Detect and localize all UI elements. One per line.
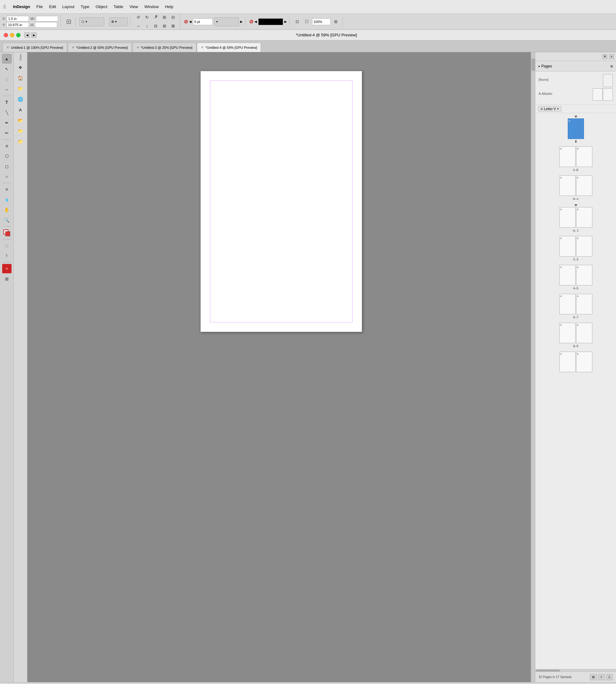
distribute-btn[interactable]: ⊟	[152, 22, 160, 30]
fav-item-3[interactable]: 🌐	[16, 94, 25, 104]
scrollbar-thumb[interactable]	[531, 59, 535, 71]
minimize-btn[interactable]	[10, 33, 14, 37]
align-left-btn[interactable]: ⊞	[160, 14, 169, 21]
fav-item-4[interactable]: A	[16, 105, 25, 114]
panel-collapse-btn[interactable]: «	[609, 54, 614, 59]
menu-layout[interactable]: Layout	[62, 4, 74, 9]
page-thumb-v[interactable]: A	[576, 175, 592, 196]
x-input[interactable]	[6, 16, 29, 21]
page-thumb-7[interactable]: A	[576, 294, 592, 314]
app-name[interactable]: InDesign	[13, 4, 30, 9]
menu-help[interactable]: Help	[165, 4, 173, 9]
section-dropdown-btn[interactable]: ≡ Letter V ▾	[538, 106, 562, 112]
pencil-tool[interactable]: ✏	[2, 129, 12, 138]
page-thumb-3[interactable]: A	[576, 236, 592, 256]
stroke-arrow-right[interactable]: ▶	[240, 20, 243, 23]
stroke-pt-input[interactable]	[193, 18, 213, 25]
fill-color-swatch[interactable]	[258, 18, 283, 25]
rotation-dropdown[interactable]: ⬡ ▾	[79, 17, 104, 26]
page-thumb-1[interactable]: A	[576, 207, 592, 228]
align-center-btn[interactable]: ⊟	[169, 14, 177, 21]
page-thumb-vi[interactable]: A	[559, 207, 576, 228]
frame-btn[interactable]: ☐	[303, 18, 311, 26]
flip-h-btn[interactable]: ↔	[134, 22, 142, 30]
eyedropper-tool[interactable]: 💧	[2, 195, 12, 204]
menu-file[interactable]: File	[37, 4, 43, 9]
fav-item-0[interactable]: ❖	[16, 63, 25, 72]
menu-type[interactable]: Type	[81, 4, 89, 9]
view-mode-preview[interactable]: T	[2, 251, 12, 260]
page-spread[interactable]	[200, 71, 362, 332]
transform-dropdown[interactable]: ⊞ ▾	[109, 17, 128, 26]
fav-item-1[interactable]: 🏠	[16, 73, 25, 83]
page-thumb-last-left[interactable]: A	[559, 351, 576, 372]
selection-tool[interactable]: ▲	[2, 54, 12, 63]
page-thumb-last-right[interactable]: A	[576, 351, 592, 372]
page-thumb-5[interactable]: A	[576, 265, 592, 286]
zoom-pct-input[interactable]	[312, 18, 331, 25]
rotate-cw-btn[interactable]: ↻	[143, 14, 151, 21]
fav-item-2[interactable]: 📁	[16, 84, 25, 93]
stroke-arrow-left[interactable]: ◀	[189, 20, 192, 23]
panel-menu-btn[interactable]: ≡	[610, 64, 613, 69]
menu-window[interactable]: Window	[145, 4, 159, 9]
page-thumb-ii[interactable]: A	[559, 146, 576, 167]
page-thumb-iv[interactable]: A	[559, 175, 576, 196]
resize-btn[interactable]: ⊡	[293, 18, 302, 26]
page-thumb-8[interactable]: A	[559, 323, 576, 343]
hand-tool[interactable]: ✋	[2, 205, 12, 214]
pages-content[interactable]: A A A ii–iii	[535, 113, 616, 669]
tab-2[interactable]: ✕ *Untitled-3 @ 25% [GPU Preview]	[133, 43, 197, 52]
type-tool[interactable]: T	[2, 98, 12, 107]
vertical-scrollbar[interactable]	[531, 52, 535, 682]
content-collector-tool[interactable]: ⊞	[2, 141, 12, 151]
tab-close-0[interactable]: ✕	[6, 46, 9, 49]
pages-scrollbar-thumb[interactable]	[536, 670, 560, 671]
fill-color-icon[interactable]: ⊘	[249, 19, 253, 25]
spacing-btn[interactable]: ⊞	[160, 22, 169, 30]
constrain-proportions-btn[interactable]	[65, 18, 73, 26]
pages-panel-scrollbar[interactable]	[535, 669, 616, 671]
view-mode-normal[interactable]: ⬚	[2, 241, 12, 250]
page-tool[interactable]: ⬚	[2, 75, 12, 84]
new-master-btn[interactable]: ⊞	[590, 674, 597, 680]
free-transform-tool[interactable]: ≡	[2, 185, 12, 194]
fav-item-7[interactable]: 📁	[16, 137, 25, 146]
menu-table[interactable]: Table	[114, 4, 123, 9]
page-thumb-4[interactable]: A	[559, 265, 576, 286]
w-input[interactable]	[36, 16, 58, 21]
close-btn[interactable]	[4, 33, 8, 37]
line-tool[interactable]: ╲	[2, 108, 12, 117]
tab-close-1[interactable]: ✕	[72, 46, 74, 49]
rotate-ccw-btn[interactable]: ↺	[134, 14, 142, 21]
fav-item-6[interactable]: 📁	[16, 126, 25, 136]
tab-3[interactable]: ✕ *Untitled-4 @ 59% [GPU Preview]	[197, 43, 261, 52]
none-page-thumb[interactable]	[603, 74, 613, 87]
tab-close-3[interactable]: ✕	[201, 46, 203, 49]
menu-edit[interactable]: Edit	[49, 4, 56, 9]
apply-none-btn[interactable]: ⊘	[2, 264, 12, 273]
fav-item-5[interactable]: 📂	[16, 116, 25, 125]
more-options-btn[interactable]: ⊞	[332, 18, 340, 26]
stroke-color-icon[interactable]: ⊘	[184, 19, 188, 25]
gap-tool[interactable]: ↔	[2, 85, 12, 94]
title-next-btn[interactable]: ▶	[31, 32, 37, 38]
frame-grid-tool[interactable]: ⊞	[2, 274, 12, 283]
stroke-type-dropdown[interactable]: ▾	[214, 17, 239, 26]
tab-close-2[interactable]: ✕	[137, 46, 139, 49]
fill-arrow-left[interactable]: ◀	[255, 20, 257, 23]
page-thumb-2[interactable]: A	[559, 236, 576, 256]
tab-1[interactable]: ✕ *Untitled-2 @ 50% [GPU Preview]	[68, 43, 132, 52]
page-thumb-iii[interactable]: A	[576, 146, 592, 167]
a-master-right-thumb[interactable]	[603, 88, 613, 101]
fill-arrow-right[interactable]: ▶	[284, 20, 287, 23]
maximize-btn[interactable]	[16, 33, 21, 37]
h-input[interactable]	[35, 22, 57, 28]
apple-menu[interactable]: 	[4, 4, 6, 9]
a-master-left-thumb[interactable]	[593, 88, 602, 101]
ellipse-tool[interactable]: ○	[2, 172, 12, 181]
canvas-area[interactable]	[27, 52, 535, 682]
pen-tool[interactable]: ✒	[2, 118, 12, 128]
rectangle-tool[interactable]: ◻	[2, 162, 12, 171]
rectangle-frame-tool[interactable]: ⬡	[2, 152, 12, 161]
